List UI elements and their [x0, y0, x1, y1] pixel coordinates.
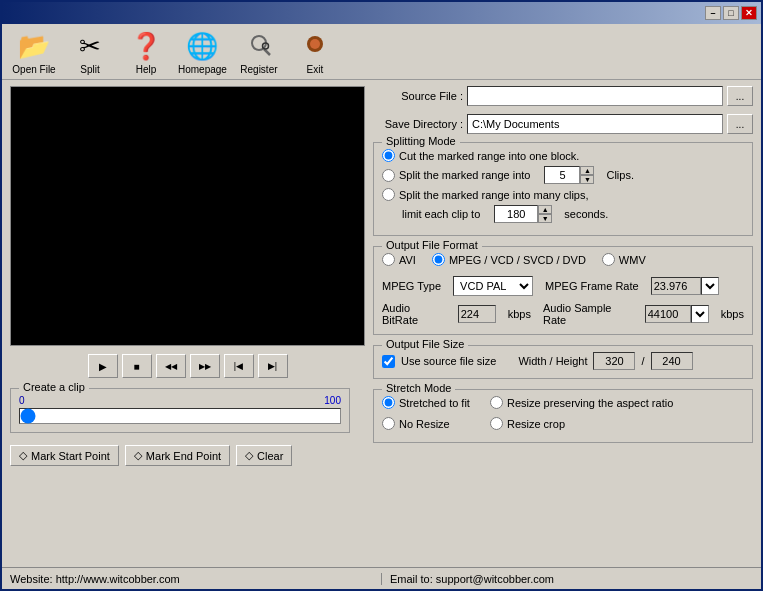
toolbar-register[interactable]: Register	[235, 28, 283, 75]
register-icon	[241, 28, 277, 64]
play-button[interactable]: ▶	[88, 354, 118, 378]
clear-button[interactable]: ◇ Clear	[236, 445, 292, 466]
main-content: ▶ ■ ◀◀ ▶▶ |◀ ▶|	[2, 80, 761, 472]
split-one-block-label: Cut the marked range into one block.	[399, 150, 579, 162]
open-file-icon: 📂	[16, 28, 52, 64]
prev-frame-icon: ◀◀	[165, 362, 177, 371]
source-file-browse-button[interactable]: ...	[727, 86, 753, 106]
mpeg-frame-rate-label: MPEG Frame Rate	[545, 280, 639, 292]
clip-max-value: 100	[324, 395, 341, 406]
status-email: Email to: support@witcobber.com	[382, 573, 761, 585]
format-avi-row: AVI	[382, 253, 416, 266]
help-icon: ❓	[128, 28, 164, 64]
stop-icon: ■	[133, 361, 139, 372]
audio-bitrate-input[interactable]	[458, 305, 496, 323]
format-avi-radio[interactable]	[382, 253, 395, 266]
format-wmv-radio[interactable]	[602, 253, 615, 266]
toolbar-exit[interactable]: Exit	[291, 28, 339, 75]
stretch-mode-group: Stretch Mode Stretched to fit No Resize	[373, 389, 753, 443]
clips-count-input[interactable]	[544, 166, 580, 184]
clip-section: Create a clip 0 100	[10, 388, 365, 433]
audio-sample-rate-input[interactable]	[645, 305, 691, 323]
save-directory-browse-button[interactable]: ...	[727, 114, 753, 134]
height-input[interactable]	[651, 352, 693, 370]
use-source-size-checkbox[interactable]	[382, 355, 395, 368]
width-input[interactable]	[593, 352, 635, 370]
format-wmv-row: WMV	[602, 253, 646, 266]
limit-label: limit each clip to	[402, 208, 480, 220]
mark-end-button[interactable]: ◇ Mark End Point	[125, 445, 230, 466]
split-clips-label: Split the marked range into	[399, 169, 530, 181]
output-format-group: Output File Format AVI MPEG / VCD / SVCD…	[373, 246, 753, 335]
svg-point-4	[310, 39, 320, 49]
sample-rate-select[interactable]	[691, 305, 709, 323]
clips-spinner: ▲ ▼	[544, 166, 594, 184]
prev-frame-button[interactable]: ◀◀	[156, 354, 186, 378]
stretch-options-row: Stretched to fit No Resize Resize preser…	[382, 396, 744, 434]
next-frame-button[interactable]: ▶▶	[190, 354, 220, 378]
toolbar-split-label: Split	[80, 64, 99, 75]
audio-sample-unit: kbps	[721, 308, 744, 320]
stretch-col-left: Stretched to fit No Resize	[382, 396, 470, 434]
frame-rate-wrapper	[651, 277, 719, 295]
close-button[interactable]: ✕	[741, 6, 757, 20]
splitting-mode-title: Splitting Mode	[382, 135, 460, 147]
source-file-row: Source File : ...	[373, 86, 753, 106]
go-end-button[interactable]: ▶|	[258, 354, 288, 378]
mpeg-frame-rate-input[interactable]	[651, 277, 701, 295]
format-wmv-label: WMV	[619, 254, 646, 266]
split-seconds-radio[interactable]	[382, 188, 395, 201]
audio-bitrate-label: Audio BitRate	[382, 302, 446, 326]
toolbar-help-label: Help	[136, 64, 157, 75]
title-bar: – □ ✕	[2, 2, 761, 24]
clip-range-values: 0 100	[19, 395, 341, 406]
resize-crop-radio[interactable]	[490, 417, 503, 430]
mark-end-label: Mark End Point	[146, 450, 221, 462]
clear-label: Clear	[257, 450, 283, 462]
toolbar-homepage[interactable]: 🌐 Homepage	[178, 28, 227, 75]
stop-button[interactable]: ■	[122, 354, 152, 378]
seconds-suffix: seconds.	[564, 208, 608, 220]
go-end-icon: ▶|	[268, 361, 277, 371]
preserve-aspect-radio[interactable]	[490, 396, 503, 409]
seconds-spinner-down[interactable]: ▼	[538, 214, 552, 223]
go-start-button[interactable]: |◀	[224, 354, 254, 378]
stretch-fit-radio[interactable]	[382, 396, 395, 409]
exit-icon	[297, 28, 333, 64]
mpeg-type-select[interactable]: VCD PAL VCD NTSC SVCD DVD	[453, 276, 533, 296]
mark-start-icon: ◇	[19, 449, 27, 462]
status-bar: Website: http://www.witcobber.com Email …	[2, 567, 761, 589]
toolbar-register-label: Register	[240, 64, 277, 75]
clear-icon: ◇	[245, 449, 253, 462]
split-clips-radio[interactable]	[382, 169, 395, 182]
minimize-button[interactable]: –	[705, 6, 721, 20]
save-directory-input[interactable]	[467, 114, 723, 134]
split-clips-row: Split the marked range into ▲ ▼ Clips.	[382, 166, 744, 184]
mark-start-button[interactable]: ◇ Mark Start Point	[10, 445, 119, 466]
clips-spinner-arrows: ▲ ▼	[580, 166, 594, 184]
format-mpeg-radio[interactable]	[432, 253, 445, 266]
clips-spinner-down[interactable]: ▼	[580, 175, 594, 184]
toolbar-split[interactable]: ✂ Split	[66, 28, 114, 75]
seconds-spinner-up[interactable]: ▲	[538, 205, 552, 214]
toolbar-homepage-label: Homepage	[178, 64, 227, 75]
maximize-button[interactable]: □	[723, 6, 739, 20]
playback-controls: ▶ ■ ◀◀ ▶▶ |◀ ▶|	[10, 354, 365, 378]
split-one-block-radio[interactable]	[382, 149, 395, 162]
video-preview	[10, 86, 365, 346]
source-file-input[interactable]	[467, 86, 723, 106]
seconds-spinner: ▲ ▼	[494, 205, 552, 223]
output-size-row: Use source file size Width / Height /	[382, 352, 744, 370]
frame-rate-select[interactable]	[701, 277, 719, 295]
clips-spinner-up[interactable]: ▲	[580, 166, 594, 175]
no-resize-radio[interactable]	[382, 417, 395, 430]
format-mpeg-row: MPEG / VCD / SVCD / DVD	[432, 253, 586, 266]
seconds-count-input[interactable]	[494, 205, 538, 223]
split-one-block-row: Cut the marked range into one block.	[382, 149, 744, 162]
mark-buttons: ◇ Mark Start Point ◇ Mark End Point ◇ Cl…	[10, 445, 365, 466]
output-size-title: Output File Size	[382, 338, 468, 350]
svg-line-1	[264, 49, 270, 55]
toolbar-help[interactable]: ❓ Help	[122, 28, 170, 75]
toolbar-open-file[interactable]: 📂 Open File	[10, 28, 58, 75]
clip-slider[interactable]	[19, 408, 341, 424]
